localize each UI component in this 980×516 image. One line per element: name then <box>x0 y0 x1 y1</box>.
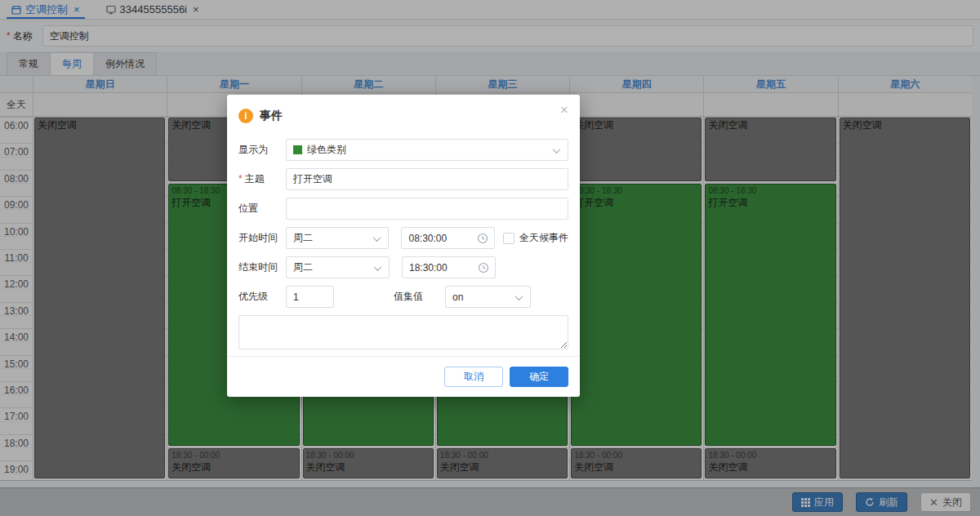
green-category-swatch <box>293 145 302 154</box>
value-set-value: on <box>452 291 523 303</box>
display-as-row: 显示为 绿色类别 <box>238 139 568 161</box>
location-field <box>286 198 568 220</box>
dialog-body: 显示为 绿色类别 *主题 位置 开始时间 <box>227 134 580 353</box>
event-dialog: i 事件 × 显示为 绿色类别 *主题 位置 <box>227 95 580 397</box>
dialog-close-icon[interactable]: × <box>560 103 568 117</box>
priority-field <box>286 286 334 308</box>
display-as-select[interactable]: 绿色类别 <box>286 139 568 161</box>
start-time-label: 开始时间 <box>238 231 286 245</box>
priority-label: 优先级 <box>238 290 286 304</box>
end-time-row: 结束时间 周二 18:30:00 <box>238 256 568 278</box>
end-time-label: 结束时间 <box>238 260 286 274</box>
ok-button[interactable]: 确定 <box>510 367 568 387</box>
end-day-select[interactable]: 周二 <box>286 256 390 278</box>
value-set-select[interactable]: on <box>445 286 531 308</box>
subject-input[interactable] <box>293 174 561 185</box>
clock-icon <box>478 262 489 274</box>
priority-input[interactable] <box>293 291 327 303</box>
location-label: 位置 <box>238 202 286 216</box>
start-time-value: 08:30:00 <box>408 233 488 244</box>
start-time-row: 开始时间 周二 08:30:00 全天候事件 <box>238 227 568 249</box>
priority-row: 优先级 值集值 on <box>238 286 568 308</box>
display-as-label: 显示为 <box>238 143 286 157</box>
start-day-select[interactable]: 周二 <box>286 227 389 249</box>
subject-row: *主题 <box>238 168 568 190</box>
location-row: 位置 <box>238 198 568 220</box>
value-set-label: 值集值 <box>394 290 423 304</box>
display-as-value: 绿色类别 <box>307 143 561 157</box>
start-day-value: 周二 <box>293 231 381 245</box>
dialog-title: 事件 <box>260 109 283 123</box>
all-day-label: 全天候事件 <box>519 231 568 245</box>
dialog-footer: 取消 确定 <box>227 356 580 397</box>
app-window: 空调控制 × 33445555556i × * 名称 常规 每周 例外情况 星期… <box>0 0 980 516</box>
start-time-picker[interactable]: 08:30:00 <box>401 227 495 249</box>
subject-label: *主题 <box>238 172 286 186</box>
all-day-checkbox[interactable] <box>503 233 514 244</box>
clock-icon <box>477 233 488 244</box>
end-time-picker[interactable]: 18:30:00 <box>402 256 496 278</box>
dialog-header: i 事件 × <box>227 95 580 134</box>
location-input[interactable] <box>293 203 561 215</box>
required-mark: * <box>238 173 243 185</box>
note-textarea[interactable] <box>238 315 568 349</box>
end-time-value: 18:30:00 <box>409 262 488 274</box>
info-icon: i <box>238 109 253 123</box>
cancel-button[interactable]: 取消 <box>444 367 503 387</box>
subject-field <box>286 168 568 190</box>
end-day-value: 周二 <box>293 260 382 274</box>
